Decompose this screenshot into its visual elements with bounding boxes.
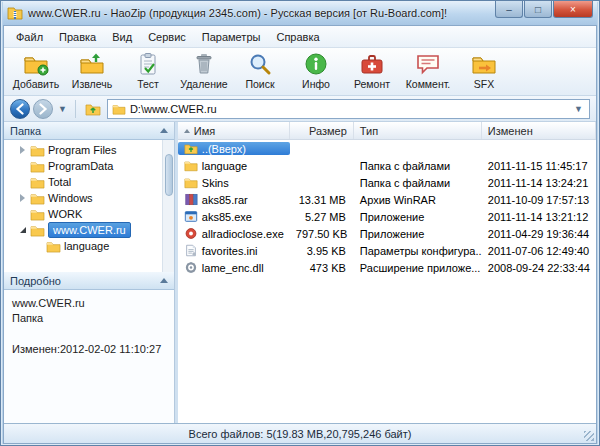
main-area: Папка Program Files ProgramData — [4, 122, 596, 423]
search-button[interactable]: Поиск — [232, 50, 288, 94]
file-name: aks85.rar — [202, 194, 248, 206]
file-row-lame-enc-dll[interactable]: lame_enc.dll 473 KB Расширение приложе..… — [178, 259, 596, 276]
forward-button[interactable] — [33, 99, 53, 119]
column-label: Изменен — [488, 125, 533, 137]
sfx-button-label: SFX — [474, 78, 494, 90]
expand-icon[interactable] — [18, 194, 27, 202]
menu-edit[interactable]: Правка — [51, 28, 104, 46]
file-modified: 2011-04-29 19:36:44 — [482, 228, 596, 240]
tree-item-programdata[interactable]: ProgramData — [4, 158, 162, 174]
repair-icon — [359, 51, 385, 77]
file-type: Папка с файлами — [354, 160, 482, 172]
collapse-panel-icon[interactable] — [160, 128, 168, 133]
column-label: Размер — [309, 125, 347, 137]
tree-item-windows[interactable]: Windows — [4, 190, 162, 206]
file-modified: 2011-11-15 11:45:17 — [482, 160, 596, 172]
resize-grip-icon[interactable] — [584, 431, 594, 441]
haozip-app-icon — [7, 5, 23, 21]
collapse-panel-icon[interactable] — [160, 278, 168, 283]
details-modified: Изменен:2012-02-02 11:10:27 — [12, 342, 166, 357]
column-header-type[interactable]: Тип — [354, 122, 482, 139]
file-row-aks85-rar[interactable]: aks85.rar 13.31 MB Архив WinRAR 2011-10-… — [178, 191, 596, 208]
file-size: 797.50 KB — [290, 228, 354, 240]
tree-item-label: Total — [48, 176, 71, 188]
extract-button[interactable]: Извлечь — [64, 50, 120, 94]
delete-button[interactable]: Удаление — [176, 50, 232, 94]
file-name: lame_enc.dll — [202, 262, 264, 274]
repair-button-label: Ремонт — [354, 78, 390, 90]
column-header-name[interactable]: Имя — [178, 122, 290, 139]
details-panel: www.CWER.ru Папка Изменен:2012-02-02 11:… — [4, 290, 174, 423]
repair-button[interactable]: Ремонт — [344, 50, 400, 94]
status-bar: Всего файлов: 5(19.83 MB,20,795,246 байт… — [4, 423, 596, 443]
sfx-button[interactable]: SFX — [456, 50, 512, 94]
details-name: www.CWER.ru — [12, 296, 166, 311]
address-path[interactable]: D:\www.CWER.ru — [130, 103, 568, 115]
minimize-button[interactable]: – — [495, 1, 523, 18]
collapse-icon[interactable] — [18, 227, 27, 233]
address-field[interactable]: D:\www.CWER.ru ▼ — [107, 99, 590, 119]
file-row-allradioclose[interactable]: allradioclose.exe 797.50 KB Приложение 2… — [178, 225, 596, 242]
left-panel: Папка Program Files ProgramData — [4, 122, 175, 423]
file-type: Приложение — [354, 228, 482, 240]
window-controls: – □ × — [494, 1, 593, 18]
file-row-aks85-exe[interactable]: aks85.exe 5.27 MB Приложение 2011-11-14 … — [178, 208, 596, 225]
comment-button[interactable]: Коммент. — [400, 50, 456, 94]
back-button[interactable] — [10, 99, 30, 119]
tree-item-program-files[interactable]: Program Files — [4, 142, 162, 158]
test-button-label: Тест — [137, 78, 159, 90]
delete-icon — [191, 51, 217, 77]
tree-scrollbar-thumb[interactable] — [165, 154, 173, 196]
history-dropdown-icon[interactable]: ▼ — [56, 104, 69, 114]
dll-file-icon — [184, 261, 198, 274]
folder-icon — [30, 160, 45, 173]
file-type: Папка с файлами — [354, 177, 482, 189]
menu-options[interactable]: Параметры — [194, 28, 269, 46]
file-size: 13.31 MB — [290, 194, 354, 206]
forward-arrow-icon — [37, 103, 49, 115]
tree-item-label: language — [64, 240, 109, 252]
extract-icon — [79, 51, 105, 77]
info-button-label: Инфо — [302, 78, 330, 90]
folder-panel-header[interactable]: Папка — [4, 122, 174, 140]
column-label: Тип — [360, 125, 378, 137]
tree-item-cwer[interactable]: www.CWER.ru — [4, 222, 162, 238]
tree-item-work[interactable]: WORK — [4, 206, 162, 222]
column-header-modified[interactable]: Изменен — [482, 122, 596, 139]
file-type: Приложение — [354, 211, 482, 223]
title-bar[interactable]: www.CWER.ru - HaoZip (продукция 2345.com… — [3, 1, 597, 25]
menu-file[interactable]: Файл — [8, 28, 51, 46]
menu-bar: Файл Правка Вид Сервис Параметры Справка — [4, 26, 596, 48]
add-button[interactable]: Добавить — [8, 50, 64, 94]
file-list: Имя Размер Тип Изменен ..(Вверх) languag… — [178, 122, 596, 423]
file-list-header: Имя Размер Тип Изменен — [178, 122, 596, 140]
tree-item-total[interactable]: Total — [4, 174, 162, 190]
extract-button-label: Извлечь — [72, 78, 112, 90]
sfx-icon — [471, 51, 497, 77]
folder-tree-wrap: Program Files ProgramData Total — [4, 140, 174, 272]
file-name: Skins — [202, 177, 229, 189]
maximize-button[interactable]: □ — [524, 1, 552, 18]
address-dropdown-icon[interactable]: ▼ — [572, 104, 585, 114]
menu-view[interactable]: Вид — [104, 28, 140, 46]
file-modified: 2008-09-24 22:33:44 — [482, 262, 596, 274]
info-button[interactable]: Инфо — [288, 50, 344, 94]
file-row-up[interactable]: ..(Вверх) — [178, 140, 596, 157]
menu-help[interactable]: Справка — [268, 28, 327, 46]
close-button[interactable]: × — [553, 1, 593, 18]
search-icon — [247, 51, 273, 77]
details-panel-header[interactable]: Подробно — [4, 272, 174, 290]
file-row-language[interactable]: language Папка с файлами 2011-11-15 11:4… — [178, 157, 596, 174]
tree-item-label: Windows — [48, 192, 93, 204]
test-button[interactable]: Тест — [120, 50, 176, 94]
file-modified: 2011-07-06 12:49:40 — [482, 245, 596, 257]
expand-icon[interactable] — [18, 146, 27, 154]
tree-scrollbar[interactable] — [162, 140, 174, 272]
file-row-favorites-ini[interactable]: favorites.ini 3.95 KB Параметры конфигур… — [178, 242, 596, 259]
column-header-size[interactable]: Размер — [290, 122, 354, 139]
tree-item-language[interactable]: language — [4, 238, 162, 254]
up-one-level-button[interactable] — [82, 99, 104, 119]
menu-tools[interactable]: Сервис — [140, 28, 194, 46]
file-row-skins[interactable]: Skins Папка с файлами 2011-11-14 13:24:2… — [178, 174, 596, 191]
toolbar: Добавить Извлечь Тест Удаление Поиск Инф… — [4, 48, 596, 96]
